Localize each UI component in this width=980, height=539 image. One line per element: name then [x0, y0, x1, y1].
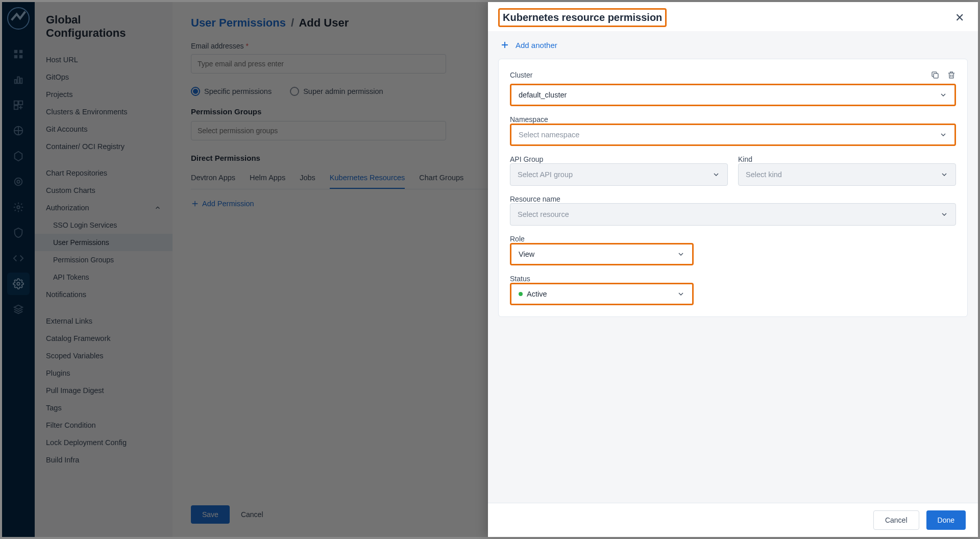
svg-rect-15: [934, 74, 938, 78]
status-select[interactable]: Active: [510, 283, 694, 305]
kind-select[interactable]: Select kind: [738, 163, 956, 186]
status-label: Status: [510, 275, 956, 283]
panel-cancel-button[interactable]: Cancel: [873, 510, 919, 530]
role-label: Role: [510, 235, 956, 243]
namespace-select[interactable]: Select namespace: [510, 124, 956, 146]
chevron-down-icon: [712, 170, 720, 179]
chevron-down-icon: [940, 210, 948, 218]
plus-icon: [500, 40, 509, 50]
copy-icon[interactable]: [930, 70, 940, 80]
panel-done-button[interactable]: Done: [926, 510, 966, 530]
delete-icon[interactable]: [947, 70, 956, 80]
panel-title: Kubernetes resource permission: [498, 8, 667, 27]
chevron-down-icon: [940, 170, 948, 179]
resource-name-label: Resource name: [510, 195, 956, 203]
resource-name-select[interactable]: Select resource: [510, 203, 956, 226]
namespace-label: Namespace: [510, 115, 956, 124]
cluster-label: Cluster: [510, 71, 532, 79]
close-icon[interactable]: ✕: [953, 12, 966, 24]
api-group-label: API Group: [510, 155, 728, 163]
status-active-dot: [519, 292, 523, 296]
cluster-select[interactable]: default_cluster: [510, 84, 956, 106]
add-another-button[interactable]: Add another: [498, 31, 968, 59]
api-group-select[interactable]: Select API group: [510, 163, 728, 186]
chevron-down-icon: [677, 290, 685, 298]
kubernetes-permission-panel: Kubernetes resource permission ✕ Add ano…: [488, 2, 978, 537]
chevron-down-icon: [939, 131, 947, 139]
kind-label: Kind: [738, 155, 956, 163]
chevron-down-icon: [677, 250, 685, 258]
role-select[interactable]: View: [510, 243, 694, 265]
permission-card: Cluster default_cluster Namespace Select…: [498, 59, 968, 317]
chevron-down-icon: [939, 91, 947, 99]
